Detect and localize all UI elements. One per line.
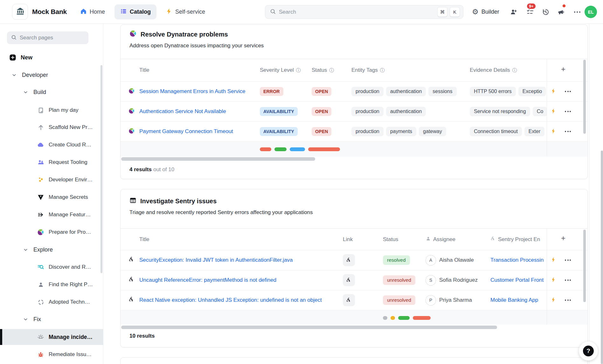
- table-horizontal-scrollbar[interactable]: [121, 157, 315, 161]
- people-icon: [37, 158, 45, 166]
- info-icon[interactable]: ⓘ: [380, 67, 385, 73]
- sidebar-item-manage-features[interactable]: Manage Featur…: [37, 209, 91, 220]
- column-title[interactable]: Title: [139, 236, 343, 243]
- info-icon[interactable]: ⓘ: [296, 67, 301, 73]
- brand-logo[interactable]: [12, 4, 28, 20]
- entity-tags: production payments gateway: [351, 127, 470, 136]
- megaphone-icon[interactable]: [557, 8, 565, 16]
- global-search-input[interactable]: [279, 9, 435, 15]
- issue-link[interactable]: Uncaught ReferenceError: paymentMethod i…: [139, 277, 343, 283]
- table-horizontal-scrollbar[interactable]: [121, 326, 497, 329]
- column-entity-tags[interactable]: Entity Tagsⓘ: [351, 67, 470, 73]
- add-column-button[interactable]: +: [561, 234, 565, 243]
- problem-link[interactable]: Session Management Errors in Auth Servic…: [139, 88, 260, 95]
- sidebar-group-fix[interactable]: Fix: [22, 313, 41, 325]
- sidebar-item-find-person[interactable]: Find the Right P…: [37, 279, 93, 290]
- evidence-pill: Service not responding: [470, 107, 530, 116]
- nav-home[interactable]: Home: [80, 0, 105, 24]
- sidebar-group-build[interactable]: Build: [22, 86, 46, 98]
- column-title[interactable]: Title: [139, 67, 260, 73]
- info-icon[interactable]: ⓘ: [329, 67, 334, 73]
- global-search[interactable]: ⌘ K: [265, 5, 463, 19]
- nav-catalog[interactable]: Catalog: [114, 4, 156, 19]
- row-menu-icon[interactable]: [565, 91, 571, 92]
- sidebar-item-remediate-issues[interactable]: Remediate Issu…: [37, 349, 92, 360]
- issue-link[interactable]: SecurityException: Invalid JWT token in …: [139, 257, 343, 263]
- row-menu-icon[interactable]: [565, 300, 571, 301]
- sidebar-group-developer[interactable]: Developer: [10, 69, 48, 81]
- assignee-cell: A Aisha Olawale: [426, 255, 490, 266]
- sidebar-group-explore[interactable]: Explore: [22, 244, 53, 255]
- invite-user-button[interactable]: [510, 8, 517, 16]
- page-scrollbar[interactable]: [601, 151, 603, 364]
- column-assignee[interactable]: Assignee: [426, 236, 490, 243]
- sentry-external-link-button[interactable]: [343, 254, 355, 266]
- problem-link[interactable]: Authentication Service Not Available: [139, 108, 260, 115]
- tag-pill: authentication: [386, 107, 426, 116]
- builder-button[interactable]: ⚙ Builder: [472, 0, 499, 24]
- sidebar-item-manage-secrets[interactable]: Manage Secrets: [37, 192, 88, 203]
- help-button[interactable]: ?: [579, 341, 598, 361]
- row-menu-icon[interactable]: [565, 131, 571, 132]
- selected-row-indicator: [0, 329, 2, 345]
- sidebar-scrollbar[interactable]: [100, 65, 102, 273]
- project-link[interactable]: Customer Portal Front: [490, 277, 547, 283]
- table-vertical-scrollbar[interactable]: [583, 230, 586, 302]
- nav-catalog-label: Catalog: [130, 9, 151, 15]
- add-column-button[interactable]: +: [561, 65, 565, 74]
- column-status[interactable]: Statusⓘ: [312, 67, 351, 73]
- column-status[interactable]: Status: [383, 236, 426, 243]
- info-icon[interactable]: ⓘ: [512, 67, 517, 73]
- history-icon[interactable]: [542, 8, 550, 16]
- evidence-pill: Exter: [524, 127, 544, 136]
- sidebar-item-prepare-production[interactable]: Prepare for Pro…: [37, 226, 91, 238]
- sidebar-search[interactable]: [7, 31, 88, 44]
- nav-self-service-label: Self-service: [175, 9, 205, 15]
- sidebar-item-label: Prepare for Pro…: [49, 229, 91, 235]
- widget-title: Investigate Sentry issues: [140, 198, 217, 205]
- sidebar-item-request-tooling[interactable]: Request Tooling: [37, 157, 87, 168]
- column-severity[interactable]: Severity Levelⓘ: [260, 67, 312, 73]
- problem-link[interactable]: Payment Gateway Connection Timeout: [139, 128, 260, 135]
- sidebar-item-developer-environments[interactable]: Developer Envir…: [37, 174, 93, 185]
- more-menu-icon[interactable]: [573, 10, 581, 17]
- run-action-bolt-icon[interactable]: [551, 128, 557, 135]
- sidebar-item-adopted-tech[interactable]: Adopted Techn…: [37, 296, 90, 308]
- row-menu-icon[interactable]: [565, 260, 571, 261]
- table-vertical-scrollbar[interactable]: [583, 60, 586, 134]
- column-evidence[interactable]: Evidence Detailsⓘ: [470, 67, 547, 73]
- status-badge: OPEN: [312, 87, 331, 96]
- project-link[interactable]: Transaction Processin: [490, 257, 547, 263]
- table: Title Severity Levelⓘ Statusⓘ Entity Tag…: [121, 59, 587, 156]
- run-action-bolt-icon[interactable]: [551, 88, 557, 95]
- row-menu-icon[interactable]: [565, 280, 571, 281]
- segmented-circle-icon: [37, 298, 45, 306]
- run-action-bolt-icon[interactable]: [551, 297, 557, 304]
- status-badge: unresolved: [383, 295, 415, 305]
- run-action-bolt-icon[interactable]: [551, 108, 557, 115]
- assignee-avatar: A: [426, 255, 436, 266]
- user-avatar[interactable]: EL: [585, 6, 597, 18]
- assignee-avatar: P: [426, 295, 436, 306]
- sidebar-item-plan-my-day[interactable]: Plan my day: [37, 104, 79, 116]
- run-action-bolt-icon[interactable]: [551, 277, 557, 284]
- sidebar-item-discover[interactable]: Discover and R…: [37, 261, 91, 273]
- evidence-pill: Exceptio: [518, 87, 546, 96]
- nav-self-service[interactable]: Self-service: [166, 0, 205, 24]
- sidebar-item-create-cloud[interactable]: Create Cloud R…: [37, 139, 91, 151]
- sidebar-new-button[interactable]: New: [9, 52, 32, 63]
- sidebar-item-scaffold-new[interactable]: Scaffold New Pr…: [37, 122, 93, 133]
- issue-link[interactable]: React Native exception: Unhandled JS Exc…: [139, 297, 343, 303]
- project-link[interactable]: Mobile Banking App: [490, 297, 547, 303]
- row-menu-icon[interactable]: [565, 111, 571, 112]
- column-sentry-project[interactable]: Sentry Project En: [490, 236, 547, 243]
- siren-icon: [37, 333, 45, 341]
- sidebar-item-manage-incidents[interactable]: Manage incide…: [37, 331, 93, 343]
- table-row: Authentication Service Not Available AVA…: [121, 101, 587, 121]
- sentry-external-link-button[interactable]: [343, 274, 355, 286]
- sidebar-search-input[interactable]: [20, 35, 90, 41]
- run-action-bolt-icon[interactable]: [551, 257, 557, 264]
- sentry-external-link-button[interactable]: [343, 294, 355, 306]
- person-icon: [37, 281, 45, 288]
- column-link[interactable]: Link: [343, 236, 383, 243]
